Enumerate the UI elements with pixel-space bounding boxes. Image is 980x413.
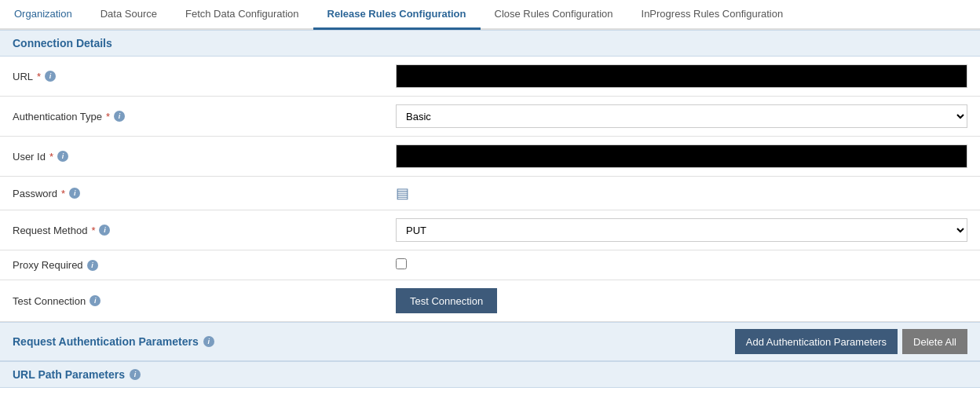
tabs-container: Organization Data Source Fetch Data Conf…: [0, 0, 980, 30]
password-label: Password* i: [13, 188, 380, 199]
auth-params-title: Request Authentication Parameters i: [13, 335, 214, 348]
content-area: Connection Details URL* i: [0, 30, 980, 388]
tab-inprogress-rules[interactable]: InProgress Rules Configuration: [627, 0, 798, 30]
user-id-label: User Id* i: [13, 151, 380, 163]
connection-form: URL* i Authentication Type* i: [0, 57, 980, 322]
url-row: URL* i: [0, 57, 980, 97]
tab-release-rules[interactable]: Release Rules Configuration: [313, 0, 481, 30]
url-info-icon: i: [45, 71, 56, 82]
tab-fetch-data[interactable]: Fetch Data Configuration: [171, 0, 313, 30]
proxy-info-icon: i: [87, 260, 98, 271]
user-id-row: User Id* i: [0, 137, 980, 177]
test-connection-button[interactable]: Test Connection: [396, 288, 497, 313]
proxy-required-row: Proxy Required i: [0, 250, 980, 280]
auth-type-row: Authentication Type* i Basic OAuth API K…: [0, 97, 980, 137]
auth-params-buttons: Add Authentication Parameters Delete All: [735, 329, 967, 354]
test-connection-label: Test Connection i: [13, 295, 380, 307]
url-label: URL* i: [13, 71, 380, 82]
test-connection-row: Test Connection i Test Connection: [0, 280, 980, 322]
user-id-input[interactable]: [396, 144, 967, 168]
url-path-info-icon: i: [130, 369, 141, 380]
auth-params-section: Request Authentication Parameters i Add …: [0, 322, 980, 361]
auth-type-info-icon: i: [114, 111, 125, 122]
auth-type-label: Authentication Type* i: [13, 111, 380, 122]
connection-details-title: Connection Details: [13, 37, 112, 49]
url-path-params-header: URL Path Parameters i: [0, 361, 980, 388]
tab-data-source[interactable]: Data Source: [86, 0, 171, 30]
connection-details-header: Connection Details: [0, 30, 980, 57]
auth-params-info-icon: i: [203, 336, 214, 347]
test-connection-info-icon: i: [90, 295, 101, 306]
request-method-label: Request Method* i: [13, 225, 380, 236]
proxy-required-checkbox[interactable]: [396, 258, 407, 269]
request-method-row: Request Method* i GET POST PUT DELETE PA…: [0, 210, 980, 250]
tab-organization[interactable]: Organization: [0, 0, 86, 30]
delete-all-button[interactable]: Delete All: [902, 329, 967, 354]
password-icon[interactable]: ▤: [396, 185, 409, 201]
password-info-icon: i: [69, 188, 80, 199]
request-method-info-icon: i: [99, 225, 110, 236]
tab-close-rules[interactable]: Close Rules Configuration: [481, 0, 627, 30]
user-id-info-icon: i: [57, 151, 68, 162]
password-row: Password* i ▤: [0, 177, 980, 210]
request-method-select[interactable]: GET POST PUT DELETE PATCH: [396, 218, 967, 242]
add-auth-params-button[interactable]: Add Authentication Parameters: [735, 329, 898, 354]
app-container: Organization Data Source Fetch Data Conf…: [0, 0, 980, 388]
proxy-required-label: Proxy Required i: [13, 259, 380, 271]
url-input[interactable]: [396, 64, 967, 88]
auth-type-select[interactable]: Basic OAuth API Key None: [396, 104, 967, 128]
